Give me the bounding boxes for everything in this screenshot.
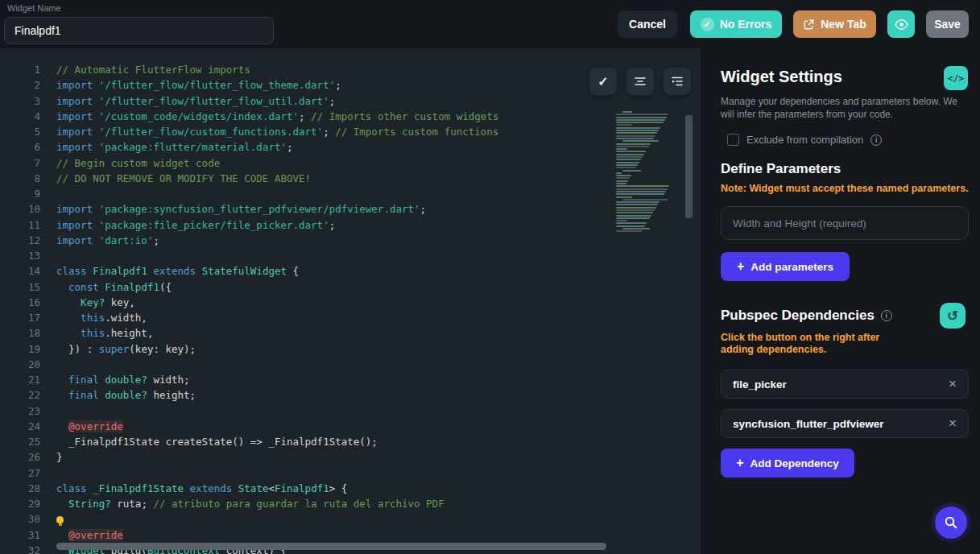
code-line: _Finalpdf1State createState() => _Finalp… (56, 434, 498, 449)
refresh-dependencies-button[interactable]: ↺ (940, 303, 966, 329)
code-line: class _Finalpdf1State extends State<Fina… (56, 481, 498, 496)
code-line: import '/flutter_flow/flutter_flow_util.… (56, 93, 498, 109)
info-icon[interactable]: i (870, 134, 882, 146)
search-icon (944, 515, 958, 530)
flutterflow-custom-code-editor: { "topbar": { "widget_name_label": "Widg… (0, 0, 980, 554)
pubspec-dependencies-header: Pubspec Dependencies i (721, 308, 892, 324)
code-line: import '/flutter_flow/flutter_flow_theme… (56, 77, 498, 93)
cancel-button[interactable]: Cancel (618, 10, 677, 38)
pubspec-dependencies-title: Pubspec Dependencies (721, 308, 875, 324)
indent-icon (671, 75, 684, 88)
save-button-label: Save (934, 18, 961, 31)
eye-icon (894, 17, 909, 32)
code-line (56, 511, 498, 527)
format-align-icon (634, 75, 647, 88)
code-line: } (56, 449, 498, 465)
parameters-note: Note: Widget must accept these named par… (721, 183, 969, 194)
code-line (56, 403, 498, 419)
code-line: // DO NOT REMOVE OR MODIFY THE CODE ABOV… (56, 171, 498, 186)
code-line: }) : super(key: key); (56, 341, 498, 357)
code-line: Key? key, (56, 295, 498, 310)
exclude-compilation-checkbox[interactable] (727, 134, 739, 146)
code-line: final double? height; (56, 387, 498, 403)
code-line: import '/flutter_flow/custom_functions.d… (56, 124, 498, 139)
code-icon: </> (948, 73, 964, 84)
check-code-button[interactable]: ✓ (589, 68, 617, 95)
code-line: @override (56, 419, 498, 434)
lightbulb-icon[interactable] (56, 516, 64, 523)
vertical-scrollbar[interactable] (685, 115, 693, 218)
code-line: // Begin custom widget code (56, 155, 498, 171)
info-glyph: i (875, 136, 878, 144)
info-icon[interactable]: i (881, 310, 892, 321)
parameters-input[interactable] (721, 206, 969, 240)
widget-name-input[interactable] (4, 17, 274, 44)
close-icon[interactable]: × (949, 416, 957, 432)
define-parameters-title: Define Parameters (721, 161, 841, 177)
code-editor[interactable]: 1234567891011121314151617181920212223242… (0, 48, 701, 554)
code-line: @override (56, 527, 498, 543)
search-button[interactable] (935, 506, 967, 539)
exclude-compilation-label: Exclude from compilation (746, 134, 863, 146)
plus-icon: + (736, 456, 743, 470)
code-line (56, 357, 498, 372)
panel-subtitle: Manage your dependencies and parameters … (721, 95, 962, 121)
check-icon: ✓ (704, 19, 711, 30)
add-dependency-label: Add Dependency (751, 457, 839, 469)
horizontal-scrollbar[interactable] (56, 543, 606, 550)
widget-settings-panel: Widget Settings </> Manage your dependen… (701, 48, 980, 554)
pubspec-note: Click the button on the right after addi… (721, 332, 910, 356)
gutter: 1234567891011121314151617181920212223242… (0, 62, 40, 554)
code-line: import 'package:syncfusion_flutter_pdfvi… (56, 201, 498, 217)
code-line: // Automatic FlutterFlow imports (56, 62, 498, 77)
preview-button[interactable] (887, 10, 915, 38)
dependency-name: syncfusion_flutter_pdfviewer (733, 418, 884, 430)
undo-icon: ↺ (947, 308, 958, 325)
topbar: Widget Name Cancel ✓ No Errors New Tab S (0, 0, 980, 48)
indent-code-button[interactable] (664, 68, 691, 95)
new-tab-label: New Tab (821, 18, 866, 31)
code-line: import 'dart:io'; (56, 233, 498, 248)
minimap[interactable] (614, 111, 684, 234)
new-tab-button[interactable]: New Tab (793, 10, 876, 38)
code-line (56, 465, 498, 481)
plus-icon: + (737, 259, 744, 274)
cancel-button-label: Cancel (629, 18, 666, 31)
code-line: import 'package:flutter/material.dart'; (56, 139, 498, 155)
dependency-item: syncfusion_flutter_pdfviewer × (721, 409, 969, 438)
widget-name-label: Widget Name (7, 3, 61, 13)
code-line: class Finalpdf1 extends StatefulWidget { (56, 263, 498, 279)
no-errors-label: No Errors (720, 18, 772, 31)
panel-title: Widget Settings (721, 68, 842, 86)
add-dependency-button[interactable]: + Add Dependency (721, 449, 854, 478)
info-glyph: i (886, 312, 888, 320)
code-line: String? ruta; // atributo para guardar l… (56, 496, 498, 511)
no-errors-button[interactable]: ✓ No Errors (690, 10, 782, 38)
code-line (56, 248, 498, 263)
check-circle-icon: ✓ (701, 18, 714, 31)
close-icon[interactable]: × (949, 376, 957, 392)
code-line: import 'package:file_picker/file_picker.… (56, 217, 498, 233)
external-link-icon (803, 19, 815, 31)
dependency-item: file_picker × (721, 370, 969, 399)
exclude-compilation-row: Exclude from compilation i (727, 134, 882, 146)
code-view-toggle-button[interactable]: </> (944, 66, 968, 90)
code-line: import '/custom_code/widgets/index.dart'… (56, 109, 498, 124)
code-lines[interactable]: // Automatic FlutterFlow importsimport '… (56, 62, 498, 554)
format-code-button[interactable] (626, 68, 654, 95)
dependency-name: file_picker (733, 378, 787, 391)
code-line: this.height, (56, 325, 498, 341)
add-parameters-label: Add parameters (751, 261, 833, 273)
code-line: this.width, (56, 310, 498, 325)
save-button[interactable]: Save (926, 10, 969, 38)
code-line (56, 186, 498, 201)
add-parameters-button[interactable]: + Add parameters (721, 252, 850, 281)
check-icon: ✓ (598, 74, 608, 89)
code-line: final double? width; (56, 372, 498, 387)
code-line: const Finalpdf1({ (56, 279, 498, 295)
